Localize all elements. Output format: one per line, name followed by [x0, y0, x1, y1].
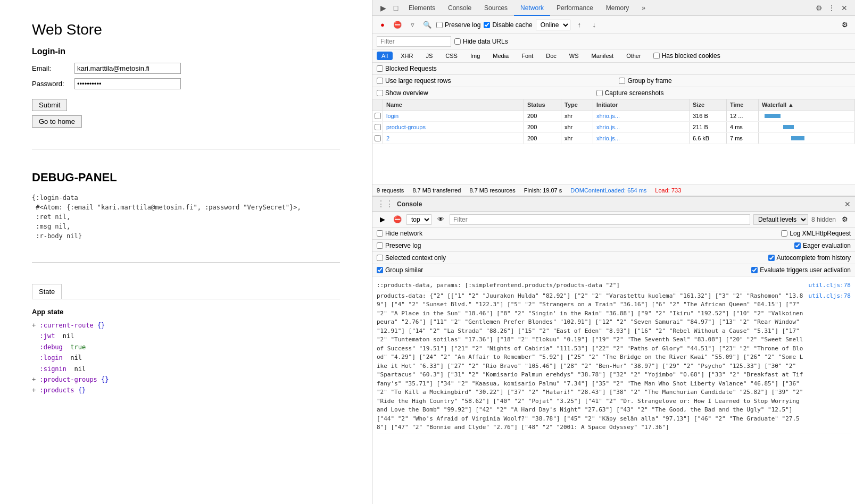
state-item: :signin nil — [32, 364, 340, 374]
console-tab-label[interactable]: Console — [397, 200, 422, 208]
capture-screenshots-label[interactable]: Capture screenshots — [596, 89, 664, 97]
console-level-select[interactable]: Default levels — [753, 214, 808, 225]
table-row[interactable]: login 200 xhr xhrio.js... 316 B 12 ... — [372, 111, 855, 122]
search-button[interactable]: 🔍 — [421, 19, 433, 31]
selected-context-label[interactable]: Selected context only — [377, 254, 446, 262]
table-row[interactable]: product-groups 200 xhr xhrio.js... 211 B… — [372, 122, 855, 133]
disable-cache-label[interactable]: Disable cache — [484, 21, 532, 29]
filter-font[interactable]: Font — [517, 52, 538, 60]
filter-button[interactable]: ▿ — [406, 19, 418, 31]
has-blocked-cookies-label[interactable]: Has blocked cookies — [653, 52, 720, 60]
console-close-button[interactable]: ✕ — [844, 200, 851, 208]
log-xml-checkbox[interactable] — [781, 230, 787, 237]
row-checkbox-2[interactable] — [375, 124, 381, 130]
console-clear-icon[interactable]: ⛔ — [392, 214, 403, 225]
settings-icon[interactable]: ⚙ — [812, 2, 825, 14]
drag-handle[interactable]: ⋮⋮ — [377, 199, 394, 209]
hide-data-urls-checkbox[interactable] — [454, 38, 461, 45]
tab-more[interactable]: » — [635, 0, 652, 16]
hide-network-label[interactable]: Hide network — [377, 230, 422, 237]
blocked-requests-checkbox[interactable] — [377, 65, 383, 72]
evaluate-triggers-label[interactable]: Evaluate triggers user activation — [751, 266, 851, 274]
blocked-requests-label[interactable]: Blocked Requests — [377, 65, 437, 72]
group-by-frame-checkbox[interactable] — [619, 78, 625, 84]
clear-button[interactable]: ⛔ — [392, 19, 403, 31]
group-similar-checkbox[interactable] — [377, 267, 383, 273]
inspect-icon[interactable]: □ — [389, 2, 402, 14]
autocomplete-checkbox[interactable] — [768, 255, 775, 261]
filter-other[interactable]: Other — [621, 52, 646, 60]
state-tab[interactable]: State — [32, 284, 62, 299]
disable-cache-checkbox[interactable] — [484, 22, 490, 28]
network-table: Name Status Type Initiator Size Time Wat… — [372, 99, 855, 184]
console-link-1[interactable]: util.cljs:78 — [809, 281, 851, 290]
preserve-log-console-label[interactable]: Preserve log — [377, 242, 421, 249]
has-blocked-cookies-checkbox[interactable] — [653, 53, 660, 59]
go-home-button[interactable]: Go to home — [32, 115, 82, 128]
filter-doc[interactable]: Doc — [541, 52, 561, 60]
console-context-select[interactable]: top — [406, 214, 431, 225]
more-options-icon[interactable]: ⋮ — [825, 2, 838, 14]
submit-button[interactable]: Submit — [32, 99, 67, 111]
preserve-log-label[interactable]: Preserve log — [436, 21, 480, 29]
console-sidebar-icon[interactable]: ▶ — [377, 214, 388, 225]
preserve-log-checkbox[interactable] — [436, 22, 443, 28]
eager-eval-label[interactable]: Eager evaluation — [794, 242, 851, 249]
hide-network-checkbox[interactable] — [377, 230, 383, 237]
devtools-panel: ▶ □ Elements Console Sources Network Per… — [372, 0, 855, 504]
row-checkbox-3[interactable] — [375, 135, 381, 141]
tab-memory[interactable]: Memory — [600, 0, 635, 16]
hide-data-urls-label[interactable]: Hide data URLs — [454, 38, 508, 45]
group-by-frame-label[interactable]: Group by frame — [619, 77, 671, 85]
tab-elements[interactable]: Elements — [402, 0, 442, 16]
finish-time: Finish: 19.07 s — [524, 187, 562, 194]
console-filter-input[interactable] — [450, 214, 750, 225]
debug-title: DEBUG-PANEL — [32, 171, 340, 184]
selected-context-checkbox[interactable] — [377, 255, 383, 261]
state-item: + :products {} — [32, 385, 340, 396]
filter-input[interactable] — [377, 36, 451, 47]
autocomplete-label[interactable]: Autocomplete from history — [768, 254, 851, 262]
divider2 — [32, 262, 340, 263]
large-rows-label[interactable]: Use large request rows — [377, 77, 451, 85]
network-settings-icon[interactable]: ⚙ — [839, 19, 851, 31]
download-icon[interactable]: ↓ — [588, 19, 600, 31]
filter-all[interactable]: All — [377, 52, 393, 60]
evaluate-triggers-checkbox[interactable] — [751, 267, 758, 273]
eager-eval-checkbox[interactable] — [794, 242, 801, 249]
console-settings-icon[interactable]: ⚙ — [839, 214, 851, 225]
debug-section: DEBUG-PANEL {:login-data #<Atom: {:email… — [32, 171, 340, 241]
tab-sources[interactable]: Sources — [478, 0, 514, 16]
tab-network[interactable]: Network — [514, 0, 550, 16]
cursor-icon[interactable]: ▶ — [377, 2, 389, 14]
filter-xhr[interactable]: XHR — [396, 52, 418, 60]
row-checkbox-1[interactable] — [375, 113, 381, 119]
filter-img[interactable]: Img — [466, 52, 485, 60]
password-field[interactable] — [74, 78, 181, 89]
online-select[interactable]: Online — [536, 20, 570, 30]
preserve-log-console-checkbox[interactable] — [377, 242, 383, 249]
tab-console[interactable]: Console — [442, 0, 478, 16]
filter-css[interactable]: CSS — [441, 52, 462, 60]
record-button[interactable]: ● — [377, 19, 388, 31]
upload-icon[interactable]: ↑ — [574, 19, 585, 31]
tab-performance[interactable]: Performance — [550, 0, 600, 16]
capture-screenshots-checkbox[interactable] — [596, 90, 603, 96]
table-row[interactable]: 2 200 xhr xhrio.js... 6.6 kB 7 ms — [372, 133, 855, 144]
console-line-1: ::products-data, params: [:simplefronten… — [377, 281, 851, 291]
eye-icon[interactable]: 👁 — [435, 214, 446, 225]
console-link-2[interactable]: util.cljs:78 — [809, 292, 851, 432]
filter-manifest[interactable]: Manifest — [587, 52, 619, 60]
filter-media[interactable]: Media — [488, 52, 513, 60]
close-icon[interactable]: ✕ — [838, 2, 851, 14]
filter-ws[interactable]: WS — [565, 52, 584, 60]
group-similar-label[interactable]: Group similar — [377, 266, 423, 274]
row-size-2: 211 B — [690, 122, 727, 132]
log-xml-label[interactable]: Log XMLHttpRequest — [781, 230, 851, 237]
email-field[interactable] — [74, 63, 181, 74]
show-overview-label[interactable]: Show overview — [377, 89, 428, 97]
show-overview-checkbox[interactable] — [377, 90, 383, 96]
large-rows-checkbox[interactable] — [377, 78, 383, 84]
filter-js[interactable]: JS — [421, 52, 437, 60]
row-waterfall-1 — [759, 111, 855, 121]
